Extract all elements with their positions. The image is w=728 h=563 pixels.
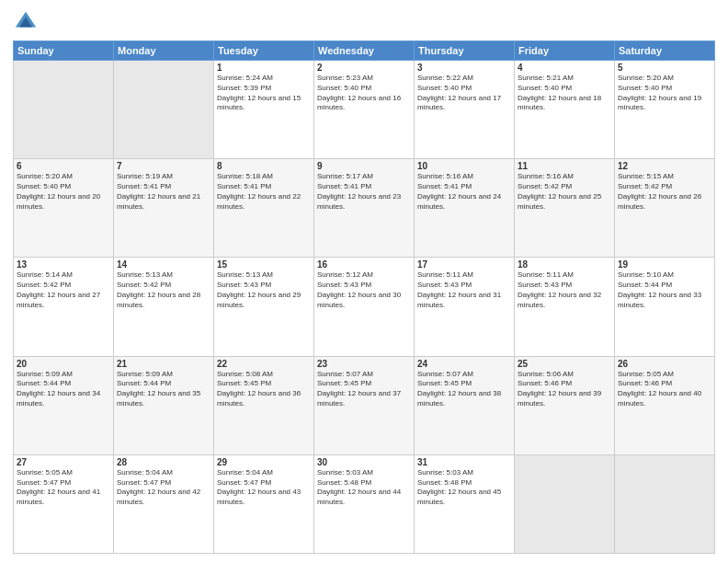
day-number: 1 [217, 63, 311, 73]
day-info: Sunrise: 5:18 AMSunset: 5:41 PMDaylight:… [217, 172, 311, 212]
day-number: 18 [518, 259, 611, 270]
weekday-header-row: SundayMondayTuesdayWednesdayThursdayFrid… [14, 41, 715, 61]
day-info: Sunrise: 5:22 AMSunset: 5:40 PMDaylight:… [417, 74, 511, 113]
day-info: Sunrise: 5:16 AMSunset: 5:42 PMDaylight:… [518, 172, 611, 212]
calendar-cell: 12Sunrise: 5:15 AMSunset: 5:42 PMDayligh… [615, 159, 715, 258]
day-info: Sunrise: 5:07 AMSunset: 5:45 PMDaylight:… [417, 370, 511, 409]
day-info: Sunrise: 5:09 AMSunset: 5:44 PMDaylight:… [117, 370, 210, 409]
day-number: 21 [117, 359, 210, 369]
page: SundayMondayTuesdayWednesdayThursdayFrid… [0, 0, 728, 563]
day-number: 23 [317, 359, 411, 369]
calendar-cell: 21Sunrise: 5:09 AMSunset: 5:44 PMDayligh… [114, 356, 214, 454]
day-info: Sunrise: 5:16 AMSunset: 5:41 PMDaylight:… [417, 172, 511, 212]
day-number: 11 [518, 161, 611, 171]
day-number: 30 [317, 457, 411, 467]
day-info: Sunrise: 5:05 AMSunset: 5:46 PMDaylight:… [618, 370, 711, 409]
day-info: Sunrise: 5:03 AMSunset: 5:48 PMDaylight:… [317, 468, 411, 508]
header [13, 9, 715, 35]
day-info: Sunrise: 5:24 AMSunset: 5:39 PMDaylight:… [217, 74, 311, 113]
day-number: 20 [17, 359, 110, 369]
calendar-cell: 7Sunrise: 5:19 AMSunset: 5:41 PMDaylight… [114, 159, 214, 258]
day-number: 4 [518, 63, 611, 73]
week-row-2: 6Sunrise: 5:20 AMSunset: 5:40 PMDaylight… [14, 159, 715, 258]
day-number: 26 [618, 359, 711, 369]
logo [13, 9, 42, 35]
week-row-4: 20Sunrise: 5:09 AMSunset: 5:44 PMDayligh… [14, 356, 715, 454]
day-info: Sunrise: 5:20 AMSunset: 5:40 PMDaylight:… [618, 74, 711, 113]
day-info: Sunrise: 5:23 AMSunset: 5:40 PMDaylight:… [317, 74, 411, 113]
weekday-header-thursday: Thursday [415, 41, 515, 61]
day-info: Sunrise: 5:08 AMSunset: 5:45 PMDaylight:… [217, 370, 311, 409]
day-number: 12 [618, 161, 711, 171]
day-number: 10 [417, 161, 511, 171]
calendar-cell: 29Sunrise: 5:04 AMSunset: 5:47 PMDayligh… [214, 454, 314, 553]
day-number: 2 [317, 63, 411, 73]
day-number: 29 [217, 457, 311, 467]
day-number: 24 [417, 359, 511, 369]
day-info: Sunrise: 5:13 AMSunset: 5:42 PMDaylight:… [117, 270, 210, 310]
calendar-cell: 2Sunrise: 5:23 AMSunset: 5:40 PMDaylight… [314, 61, 415, 159]
day-number: 7 [117, 161, 210, 171]
day-info: Sunrise: 5:09 AMSunset: 5:44 PMDaylight:… [17, 370, 110, 409]
day-info: Sunrise: 5:07 AMSunset: 5:45 PMDaylight:… [317, 370, 411, 409]
calendar-cell [14, 61, 114, 159]
calendar-cell: 10Sunrise: 5:16 AMSunset: 5:41 PMDayligh… [415, 159, 515, 258]
calendar-cell: 28Sunrise: 5:04 AMSunset: 5:47 PMDayligh… [114, 454, 214, 553]
day-number: 16 [317, 259, 411, 270]
calendar-cell: 17Sunrise: 5:11 AMSunset: 5:43 PMDayligh… [415, 258, 515, 356]
week-row-1: 1Sunrise: 5:24 AMSunset: 5:39 PMDaylight… [14, 61, 715, 159]
calendar-cell [515, 454, 615, 553]
calendar-cell: 5Sunrise: 5:20 AMSunset: 5:40 PMDaylight… [615, 61, 715, 159]
day-number: 14 [117, 259, 210, 270]
day-info: Sunrise: 5:13 AMSunset: 5:43 PMDaylight:… [217, 270, 311, 310]
weekday-header-wednesday: Wednesday [314, 41, 415, 61]
day-number: 6 [17, 161, 110, 171]
calendar-cell: 11Sunrise: 5:16 AMSunset: 5:42 PMDayligh… [515, 159, 615, 258]
day-number: 5 [618, 63, 711, 73]
calendar-cell [615, 454, 715, 553]
calendar-cell: 22Sunrise: 5:08 AMSunset: 5:45 PMDayligh… [214, 356, 314, 454]
day-number: 15 [217, 259, 311, 270]
calendar-cell: 4Sunrise: 5:21 AMSunset: 5:40 PMDaylight… [515, 61, 615, 159]
day-number: 9 [317, 161, 411, 171]
day-number: 13 [17, 259, 110, 270]
day-info: Sunrise: 5:04 AMSunset: 5:47 PMDaylight:… [217, 468, 311, 508]
day-info: Sunrise: 5:19 AMSunset: 5:41 PMDaylight:… [117, 172, 210, 212]
calendar-cell: 20Sunrise: 5:09 AMSunset: 5:44 PMDayligh… [14, 356, 114, 454]
weekday-header-monday: Monday [114, 41, 214, 61]
day-info: Sunrise: 5:06 AMSunset: 5:46 PMDaylight:… [518, 370, 611, 409]
week-row-3: 13Sunrise: 5:14 AMSunset: 5:42 PMDayligh… [14, 258, 715, 356]
weekday-header-tuesday: Tuesday [214, 41, 314, 61]
weekday-header-sunday: Sunday [14, 41, 114, 61]
calendar-cell: 14Sunrise: 5:13 AMSunset: 5:42 PMDayligh… [114, 258, 214, 356]
calendar-cell: 24Sunrise: 5:07 AMSunset: 5:45 PMDayligh… [415, 356, 515, 454]
calendar-cell: 25Sunrise: 5:06 AMSunset: 5:46 PMDayligh… [515, 356, 615, 454]
calendar-cell: 1Sunrise: 5:24 AMSunset: 5:39 PMDaylight… [214, 61, 314, 159]
day-info: Sunrise: 5:11 AMSunset: 5:43 PMDaylight:… [518, 270, 611, 310]
calendar-cell: 6Sunrise: 5:20 AMSunset: 5:40 PMDaylight… [14, 159, 114, 258]
day-info: Sunrise: 5:14 AMSunset: 5:42 PMDaylight:… [17, 270, 110, 310]
day-info: Sunrise: 5:20 AMSunset: 5:40 PMDaylight:… [17, 172, 110, 212]
calendar-cell: 30Sunrise: 5:03 AMSunset: 5:48 PMDayligh… [314, 454, 415, 553]
day-number: 31 [417, 457, 511, 467]
weekday-header-saturday: Saturday [615, 41, 715, 61]
day-number: 28 [117, 457, 210, 467]
day-info: Sunrise: 5:05 AMSunset: 5:47 PMDaylight:… [17, 468, 110, 508]
day-number: 25 [518, 359, 611, 369]
calendar-cell: 23Sunrise: 5:07 AMSunset: 5:45 PMDayligh… [314, 356, 415, 454]
day-number: 19 [618, 259, 711, 270]
day-info: Sunrise: 5:11 AMSunset: 5:43 PMDaylight:… [417, 270, 511, 310]
calendar-cell: 13Sunrise: 5:14 AMSunset: 5:42 PMDayligh… [14, 258, 114, 356]
day-number: 17 [417, 259, 511, 270]
calendar-cell: 31Sunrise: 5:03 AMSunset: 5:48 PMDayligh… [415, 454, 515, 553]
day-number: 27 [17, 457, 110, 467]
day-info: Sunrise: 5:21 AMSunset: 5:40 PMDaylight:… [518, 74, 611, 113]
weekday-header-friday: Friday [515, 41, 615, 61]
calendar-cell: 9Sunrise: 5:17 AMSunset: 5:41 PMDaylight… [314, 159, 415, 258]
calendar-cell: 8Sunrise: 5:18 AMSunset: 5:41 PMDaylight… [214, 159, 314, 258]
calendar-cell: 26Sunrise: 5:05 AMSunset: 5:46 PMDayligh… [615, 356, 715, 454]
calendar-cell: 19Sunrise: 5:10 AMSunset: 5:44 PMDayligh… [615, 258, 715, 356]
day-number: 8 [217, 161, 311, 171]
day-info: Sunrise: 5:12 AMSunset: 5:43 PMDaylight:… [317, 270, 411, 310]
calendar-cell: 15Sunrise: 5:13 AMSunset: 5:43 PMDayligh… [214, 258, 314, 356]
